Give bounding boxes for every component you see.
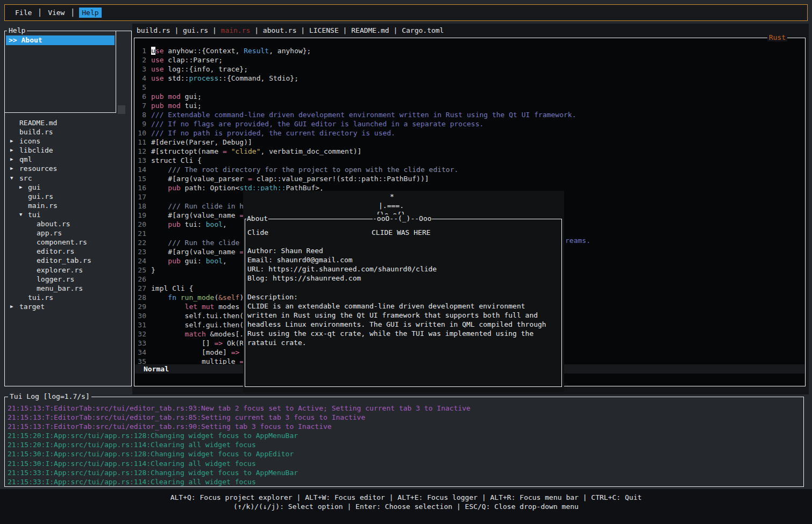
about-row: ClideCLIDE WAS HERE (247, 228, 560, 237)
tree-item-build-rs[interactable]: build.rs (5, 127, 130, 137)
tab-about-rs[interactable]: about.rs (263, 26, 297, 34)
tab-cargo-toml[interactable]: Cargo.toml (402, 26, 444, 34)
tree-item-label: app.rs (37, 229, 62, 237)
tree-item-editor_tab-rs[interactable]: editor_tab.rs (5, 256, 130, 265)
chevron-right-icon: ▶ (10, 155, 13, 164)
clipped-comment-tail: reams. (565, 236, 590, 245)
about-row: ratatui crate. (247, 338, 560, 347)
tree-item-main-rs[interactable]: main.rs (5, 201, 130, 210)
line-number: 16 (137, 183, 146, 192)
tree-item-README-md[interactable]: README.md (5, 118, 130, 127)
tree-item-menu_bar-rs[interactable]: menu_bar.rs (5, 284, 130, 293)
tree-item-libclide[interactable]: ▶libclide (5, 146, 130, 155)
tree-item-label: README.md (19, 119, 57, 127)
tui-log-title: Tui Log [log=1.7/s] (8, 392, 91, 400)
line-number: 30 (137, 311, 146, 320)
tab-build-rs[interactable]: build.rs (137, 26, 170, 34)
ascii-art-line: |.===. (379, 202, 404, 210)
tab-readme-md[interactable]: README.md (351, 26, 389, 34)
tab-main-rs[interactable]: main.rs (221, 26, 251, 34)
about-row: written in Rust using the Qt UI framewor… (247, 311, 560, 320)
shortcuts-line-1: ALT+Q: Focus project explorer | ALT+W: F… (0, 493, 812, 502)
line-number: 17 (137, 192, 146, 202)
menu-item-file[interactable]: File (15, 9, 32, 17)
tree-item-label: main.rs (28, 202, 58, 210)
tree-item-label: qml (19, 155, 32, 163)
log-entry: 21:15:33:I:App:src/tui/app.rs:128:Changi… (8, 468, 801, 477)
line-number: 12 (137, 147, 146, 156)
tree-item-explorer-rs[interactable]: explorer.rs (5, 265, 130, 275)
tree-item-about-rs[interactable]: about.rs (5, 219, 130, 228)
about-popup-content: ClideCLIDE WAS HERE Author: Shaun ReedEm… (247, 228, 560, 347)
tree-item-tui-rs[interactable]: tui.rs (5, 293, 130, 302)
about-row: Email: shaunrd0@gmail.com (247, 255, 560, 264)
line-number: 23 (137, 247, 146, 256)
ascii-art-line: * (390, 192, 394, 200)
tree-item-component-rs[interactable]: component.rs (5, 238, 130, 247)
tree-item-resources[interactable]: ▶resources (5, 164, 130, 173)
tree-item-label: about.rs (37, 220, 70, 228)
line-number: 18 (137, 202, 146, 211)
log-entry: 21:15:13:T:EditorTab:src/tui/editor_tab.… (8, 404, 801, 413)
line-number: 25 (137, 265, 146, 275)
line-number: 20 (137, 220, 146, 229)
code-line-11: 11#[derive(Parser, Debug)] (137, 138, 804, 147)
line-number: 7 (137, 101, 146, 110)
menu-item-view[interactable]: View (48, 9, 65, 17)
menu-item-about[interactable]: >> About (6, 35, 115, 45)
chevron-down-icon: ▼ (19, 210, 22, 219)
chevron-right-icon: ▶ (10, 137, 13, 146)
chevron-right-icon: ▶ (19, 183, 22, 192)
about-popup-box: About -ooO--(_)--Ooo ClideCLIDE WAS HERE… (245, 219, 562, 387)
tree-item-tui[interactable]: ▼tui (5, 210, 130, 219)
explorer-scrollbar-thumb[interactable] (118, 105, 125, 114)
tree-item-editor-rs[interactable]: editor.rs (5, 247, 130, 256)
line-number: 2 (137, 55, 146, 64)
line-number: 5 (137, 83, 146, 92)
code-line-7: 7pub mod tui; (137, 101, 804, 110)
tree-item-label: src (19, 174, 32, 182)
help-dropdown-menu: Help >> About (4, 31, 116, 113)
tree-item-label: gui.rs (28, 192, 53, 200)
code-line-4: 4use std::process::{Command, Stdio}; (137, 74, 804, 83)
line-number: 3 (137, 64, 146, 74)
code-line-13: 13struct Cli { (137, 156, 804, 165)
tab-separator: | (296, 26, 309, 34)
code-line-12: 12#[structopt(name = "clide", verbatim_d… (137, 147, 804, 156)
editor-tabbar: build.rs | gui.rs | main.rs | about.rs |… (137, 26, 444, 35)
code-line-1: 1use anyhow::{Context, Result, anyhow}; (137, 46, 804, 55)
tree-item-gui-rs[interactable]: gui.rs (5, 192, 130, 201)
tree-item-target[interactable]: ▶target (5, 302, 130, 311)
tree-item-logger-rs[interactable]: logger.rs (5, 275, 130, 284)
tree-item-label: editor.rs (37, 247, 74, 255)
line-number: 32 (137, 329, 146, 339)
about-popup: *|.===.{}o o{} About -ooO--(_)--Ooo Clid… (243, 191, 564, 392)
tree-item-label: menu_bar.rs (37, 284, 83, 292)
tree-item-label: component.rs (37, 238, 87, 246)
tab-gui-rs[interactable]: gui.rs (183, 26, 208, 34)
line-number: 11 (137, 138, 146, 147)
code-line-8: 8/// Extendable command-line driven deve… (137, 110, 804, 119)
tree-item-label: icons (19, 137, 40, 145)
menu-item-help[interactable]: Help (79, 8, 101, 18)
tree-item-icons[interactable]: ▶icons (5, 137, 130, 146)
tree-item-qml[interactable]: ▶qml (5, 155, 130, 164)
line-number: 6 (137, 92, 146, 101)
tree-item-label: resources (19, 164, 57, 173)
about-border-decoration: -ooO--(_)--Ooo (373, 214, 432, 222)
tree-item-gui[interactable]: ▶gui (5, 183, 130, 192)
about-row: CLIDE is an extendable command-line driv… (247, 302, 560, 311)
tab-license[interactable]: LICENSE (309, 26, 339, 34)
tree-item-label: build.rs (19, 128, 53, 136)
line-number: 19 (137, 211, 146, 220)
tree-item-app-rs[interactable]: app.rs (5, 228, 130, 238)
chevron-right-icon: ▶ (10, 302, 13, 311)
file-tree: README.mdbuild.rs▶icons▶libclide▶qml▶res… (5, 118, 130, 311)
line-number: 33 (137, 339, 146, 348)
code-line-10: 10/// If no path is provided, the curren… (137, 128, 804, 138)
tree-item-src[interactable]: ▼src (5, 174, 130, 183)
log-entry: 21:15:13:T:EditorTab:src/tui/editor_tab.… (8, 413, 801, 422)
line-number: 14 (137, 165, 146, 174)
log-entry: 21:15:13:T:EditorTab:src/tui/editor_tab.… (8, 422, 801, 431)
line-number: 8 (137, 110, 146, 119)
